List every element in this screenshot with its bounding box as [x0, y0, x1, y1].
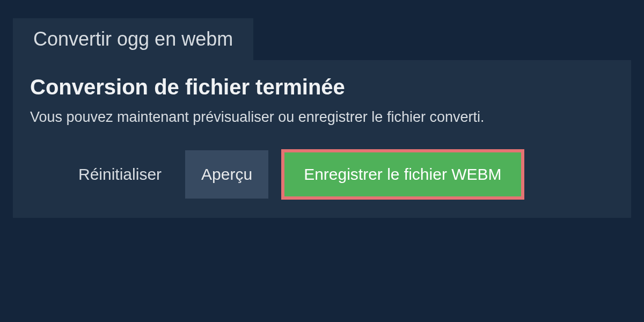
preview-button[interactable]: Aperçu — [185, 150, 268, 199]
reset-button[interactable]: Réinitialiser — [78, 165, 162, 184]
tab-title: Convertir ogg en webm — [33, 28, 233, 50]
save-button[interactable]: Enregistrer le fichier WEBM — [281, 149, 524, 200]
completion-heading: Conversion de fichier terminée — [30, 75, 614, 99]
completion-description: Vous pouvez maintenant prévisualiser ou … — [30, 109, 614, 126]
conversion-panel: Conversion de fichier terminée Vous pouv… — [13, 60, 631, 218]
tab-convert[interactable]: Convertir ogg en webm — [13, 18, 253, 60]
action-buttons: Réinitialiser Aperçu Enregistrer le fich… — [30, 149, 614, 200]
main-container: Convertir ogg en webm Conversion de fich… — [0, 0, 644, 236]
